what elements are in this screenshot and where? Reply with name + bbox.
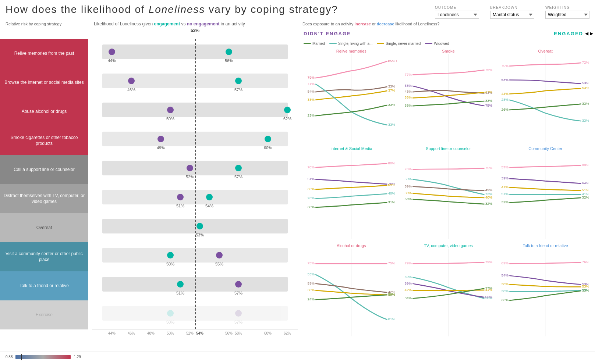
sm-cell-8: Talk to a friend or relative 69% 54% 38%… — [497, 243, 593, 339]
dot-plot: 53% 44% 56% — [88, 28, 302, 351]
activity-row-6[interactable]: Overeat — [0, 213, 88, 242]
breakdown-select[interactable]: Marital status Age group Gender — [490, 11, 534, 19]
svg-text:51%: 51% — [582, 188, 589, 192]
svg-text:31%: 31% — [388, 200, 396, 204]
activity-row-0[interactable]: Relive memories from the past — [0, 39, 88, 68]
next-arrow[interactable]: ▶ — [590, 31, 593, 36]
sm-title-2: Overeat — [498, 49, 592, 53]
svg-text:75%: 75% — [485, 103, 492, 107]
activity-row-3[interactable]: Smoke cigarettes or other tobacco produc… — [0, 126, 88, 155]
svg-text:32%: 32% — [582, 195, 589, 199]
dp-dot-1-yes — [235, 78, 242, 84]
svg-text:24%: 24% — [308, 297, 315, 301]
svg-text:38%: 38% — [502, 282, 509, 286]
svg-text:79%: 79% — [404, 261, 412, 265]
dp-label-2-yes: 62% — [283, 117, 291, 121]
svg-text:76%: 76% — [404, 167, 412, 171]
svg-text:71%: 71% — [308, 82, 315, 86]
no-engage-label: no engagement — [187, 21, 220, 26]
svg-text:75%: 75% — [485, 165, 492, 169]
center-line — [195, 39, 196, 329]
main-title: How does the likelihood of Loneliness va… — [6, 4, 435, 15]
sm-cell-2: Overeat 70% 53% 44% 28% 26% 72% 53% 53% — [497, 48, 593, 144]
svg-text:33%: 33% — [388, 84, 396, 88]
svg-text:37%: 37% — [485, 90, 492, 94]
weighting-select[interactable]: Weighted Unweighted — [545, 11, 589, 19]
activity-row-8[interactable]: Talk to a friend or relative — [0, 271, 88, 300]
svg-text:59%: 59% — [404, 184, 412, 188]
sm-legend: Married Single, living with a .. Single,… — [304, 39, 593, 48]
sm-title-6: Alcohol or drugs — [304, 243, 399, 248]
legend-single-never-color — [377, 43, 384, 44]
nav-arrows[interactable]: ◀ ▶ — [585, 31, 593, 36]
svg-text:57%: 57% — [502, 165, 509, 169]
weighting-label: WEIGHTING — [545, 6, 570, 10]
svg-text:70%: 70% — [308, 165, 315, 169]
svg-text:23%: 23% — [308, 113, 315, 117]
dp-label-3-no: 49% — [157, 146, 165, 150]
dp-dot-2-yes — [284, 107, 291, 113]
svg-text:79%: 79% — [308, 75, 315, 79]
svg-text:34%: 34% — [404, 296, 412, 300]
svg-text:32%: 32% — [485, 201, 492, 206]
svg-text:26%: 26% — [502, 107, 509, 111]
colorbar-gradient — [15, 355, 71, 359]
legend-married: Married — [304, 42, 325, 46]
svg-text:33%: 33% — [388, 103, 396, 107]
dp-label-4-no: 52% — [186, 175, 194, 179]
activity-row-9[interactable]: Exercise — [0, 300, 88, 329]
svg-text:54%: 54% — [308, 89, 315, 93]
dp-dot-0-no — [109, 49, 115, 55]
activity-row-1[interactable]: Browse the internet or social media site… — [0, 68, 88, 97]
sm-title-8: Talk to a friend or relative — [498, 243, 592, 248]
svg-text:59%: 59% — [404, 281, 412, 285]
svg-text:51%: 51% — [308, 177, 315, 181]
svg-text:39%: 39% — [502, 176, 509, 180]
activity-row-7[interactable]: Visit a community center or other public… — [0, 242, 88, 271]
legend-single-with: Single, living with a .. — [329, 42, 372, 46]
subtitle-middle: Likelihood of Loneliness given engagemen… — [94, 21, 295, 26]
svg-text:42%: 42% — [404, 288, 412, 292]
breakdown-control: BREAKDOWN Marital status Age group Gende… — [490, 6, 534, 19]
activity-row-5[interactable]: Distract themselves with TV, computer, o… — [0, 184, 88, 213]
dp-label-1-no: 46% — [127, 88, 135, 92]
svg-text:41%: 41% — [502, 185, 509, 189]
svg-text:37%: 37% — [388, 88, 396, 92]
svg-text:53%: 53% — [308, 281, 315, 285]
legend-single-never: Single, never married — [377, 42, 421, 46]
prev-arrow[interactable]: ◀ — [585, 31, 588, 36]
svg-text:43%: 43% — [404, 89, 412, 93]
svg-text:33%: 33% — [502, 298, 509, 302]
outcome-select[interactable]: Loneliness Depression Anxiety — [435, 11, 479, 19]
svg-text:75%: 75% — [485, 68, 492, 72]
svg-text:38%: 38% — [308, 288, 315, 292]
legend-widowed: Widowed — [425, 42, 449, 46]
sm-engage-header: DIDN'T ENGAGE ENGAGED ◀ ▶ — [304, 28, 593, 39]
dp-label-7-no: 50% — [166, 262, 174, 266]
activity-row-2[interactable]: Abuse alcohol or drugs — [0, 97, 88, 126]
global-pct: 53% — [191, 28, 199, 33]
dp-dot-4-yes — [235, 165, 242, 171]
svg-text:36%: 36% — [308, 187, 315, 191]
dp-label-6: 53% — [196, 233, 204, 237]
activity-row-4[interactable]: Call a support line or counselor — [0, 155, 88, 184]
sm-cell-1: Smoke 77% 58% 43% 33% 33% 75% 75% 43% — [401, 48, 496, 144]
dp-label-1-yes: 57% — [234, 88, 242, 92]
dp-label-8-yes: 57% — [234, 291, 242, 295]
weighting-control: WEIGHTING Weighted Unweighted — [545, 6, 589, 19]
sm-cell-3: Internet & Social Media 70% 51% 36% 26% … — [304, 146, 399, 242]
sm-title-5: Community Center — [498, 146, 592, 151]
controls-area: OUTCOME Loneliness Depression Anxiety BR… — [435, 6, 589, 19]
svg-text:33%: 33% — [404, 103, 412, 107]
svg-text:33%: 33% — [388, 122, 396, 126]
legend-widowed-color — [425, 43, 432, 44]
svg-text:40%: 40% — [388, 191, 396, 195]
sm-cell-4: Support line or counselor 76% 53% 59% 38… — [401, 146, 496, 242]
svg-text:72%: 72% — [582, 60, 589, 64]
subtitle-left: Relative risk by coping strategy — [6, 22, 94, 26]
svg-text:80%: 80% — [388, 161, 396, 165]
dp-dot-1-no — [128, 78, 135, 84]
svg-text:69%: 69% — [388, 183, 396, 187]
dp-dot-2-no — [167, 107, 174, 113]
dp-dot-7-no — [167, 252, 174, 258]
